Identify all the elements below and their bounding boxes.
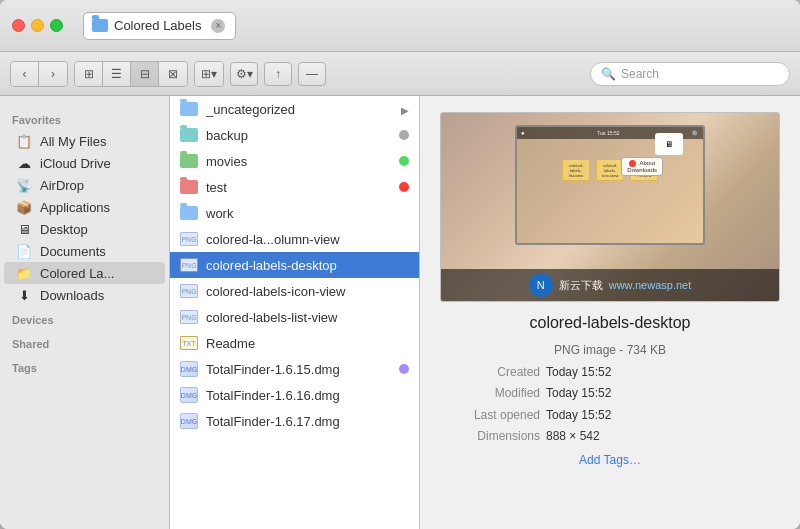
modified-row: Modified Today 15:52 — [440, 383, 780, 405]
color-dot — [399, 182, 409, 192]
img-icon: PNG — [180, 232, 198, 246]
list-view-button[interactable]: ☰ — [103, 62, 131, 86]
file-label: test — [206, 180, 391, 195]
devices-label: Devices — [0, 306, 169, 330]
dimensions-label: Dimensions — [440, 426, 540, 448]
cover-view-button[interactable]: ⊠ — [159, 62, 187, 86]
file-item-icon-view[interactable]: PNG colored-labels-icon-view — [170, 278, 419, 304]
add-tags-row: Add Tags… — [440, 448, 780, 472]
file-label: TotalFinder-1.6.17.dmg — [206, 414, 409, 429]
sidebar-item-applications[interactable]: 📦 Applications — [4, 196, 165, 218]
modified-value: Today 15:52 — [546, 383, 780, 405]
all-my-files-icon: 📋 — [16, 133, 32, 149]
file-item-movies[interactable]: movies — [170, 148, 419, 174]
file-item-uncategorized[interactable]: _uncategorized ▶ — [170, 96, 419, 122]
folder-icon — [180, 154, 198, 168]
file-item-dmg-1615[interactable]: DMG TotalFinder-1.6.15.dmg — [170, 356, 419, 382]
back-button[interactable]: ‹ — [11, 62, 39, 86]
img-icon: PNG — [180, 310, 198, 324]
arrange-button-group: ⊞▾ — [194, 61, 224, 87]
folder-icon — [180, 128, 198, 142]
tags-label: Tags — [0, 354, 169, 378]
file-label: _uncategorized — [206, 102, 393, 117]
minimize-button[interactable] — [31, 19, 44, 32]
folder-icon — [180, 102, 198, 116]
file-item-work[interactable]: work — [170, 200, 419, 226]
file-label: colored-labels-icon-view — [206, 284, 409, 299]
nav-buttons: ‹ › — [10, 61, 68, 87]
file-type-value: PNG image - 734 KB — [440, 340, 780, 362]
img-icon: PNG — [180, 284, 198, 298]
arrange-button[interactable]: ⊞▾ — [195, 62, 223, 86]
sidebar-item-documents[interactable]: 📄 Documents — [4, 240, 165, 262]
file-item-dmg-1616[interactable]: DMG TotalFinder-1.6.16.dmg — [170, 382, 419, 408]
file-item-backup[interactable]: backup — [170, 122, 419, 148]
file-item-dmg-1617[interactable]: DMG TotalFinder-1.6.17.dmg — [170, 408, 419, 434]
sidebar-item-desktop[interactable]: 🖥 Desktop — [4, 218, 165, 240]
preview-filename: colored-labels-desktop — [530, 314, 691, 332]
sidebar-item-label: All My Files — [40, 134, 106, 149]
watermark-text: 新云下载 — [559, 278, 603, 293]
sidebar-item-colored-labels[interactable]: 📁 Colored La... — [4, 262, 165, 284]
mini-icon-1: colored-labels-list-view — [562, 159, 590, 181]
file-list: _uncategorized ▶ backup movies test — [170, 96, 420, 529]
created-row: Created Today 15:52 — [440, 362, 780, 384]
watermark: N 新云下载 www.newasp.net — [441, 269, 779, 301]
sidebar-item-airdrop[interactable]: 📡 AirDrop — [4, 174, 165, 196]
path-button[interactable]: — — [298, 62, 326, 86]
img-icon: PNG — [180, 258, 198, 272]
tab-title: Colored Labels — [114, 18, 201, 33]
sidebar-item-label: iCloud Drive — [40, 156, 111, 171]
add-tags-link[interactable]: Add Tags… — [579, 450, 641, 472]
dmg-icon: DMG — [180, 388, 198, 402]
favorites-label: Favorites — [0, 106, 169, 130]
mini-icon-2: colored-labels-icon-view — [596, 159, 624, 181]
sidebar-item-label: Desktop — [40, 222, 88, 237]
last-opened-label: Last opened — [440, 405, 540, 427]
file-label: backup — [206, 128, 391, 143]
file-item-readme[interactable]: TXT Readme — [170, 330, 419, 356]
active-tab[interactable]: Colored Labels × — [83, 12, 236, 40]
share-button[interactable]: ↑ — [264, 62, 292, 86]
file-item-list-view[interactable]: PNG colored-labels-list-view — [170, 304, 419, 330]
search-box[interactable]: 🔍 Search — [590, 62, 790, 86]
column-view-button[interactable]: ⊟ — [131, 62, 159, 86]
sidebar-item-downloads[interactable]: ⬇ Downloads — [4, 284, 165, 306]
sidebar-item-label: Documents — [40, 244, 106, 259]
file-type-row: PNG image - 734 KB — [440, 340, 780, 362]
mini-finder-icon: 🖥 — [655, 133, 683, 155]
dimensions-value: 888 × 542 — [546, 426, 780, 448]
last-opened-value: Today 15:52 — [546, 405, 780, 427]
file-item-test[interactable]: test — [170, 174, 419, 200]
icon-view-button[interactable]: ⊞ — [75, 62, 103, 86]
action-button[interactable]: ⚙▾ — [230, 62, 258, 86]
maximize-button[interactable] — [50, 19, 63, 32]
applications-icon: 📦 — [16, 199, 32, 215]
sidebar: Favorites 📋 All My Files ☁ iCloud Drive … — [0, 96, 170, 529]
close-button[interactable] — [12, 19, 25, 32]
preview-image: ●Tue 15:52🔍 AboutDownloads 🖥 colored-lab… — [440, 112, 780, 302]
file-label: work — [206, 206, 409, 221]
sidebar-item-all-my-files[interactable]: 📋 All My Files — [4, 130, 165, 152]
created-label: Created — [440, 362, 540, 384]
tab-folder-icon — [92, 19, 108, 32]
file-item-column-view[interactable]: PNG colored-la...olumn-view — [170, 226, 419, 252]
preview-panel: ●Tue 15:52🔍 AboutDownloads 🖥 colored-lab… — [420, 96, 800, 529]
tab-close-button[interactable]: × — [211, 19, 225, 33]
search-icon: 🔍 — [601, 67, 616, 81]
dimensions-row: Dimensions 888 × 542 — [440, 426, 780, 448]
disclosure-icon: ▶ — [401, 105, 409, 113]
file-label: colored-labels-desktop — [206, 258, 409, 273]
created-value: Today 15:52 — [546, 362, 780, 384]
file-label: colored-la...olumn-view — [206, 232, 409, 247]
forward-button[interactable]: › — [39, 62, 67, 86]
airdrop-icon: 📡 — [16, 177, 32, 193]
file-item-desktop-selected[interactable]: PNG colored-labels-desktop — [170, 252, 419, 278]
colored-labels-icon: 📁 — [16, 265, 32, 281]
watermark-url: www.newasp.net — [609, 279, 692, 291]
downloads-icon: ⬇ — [16, 287, 32, 303]
sidebar-item-icloud[interactable]: ☁ iCloud Drive — [4, 152, 165, 174]
search-placeholder: Search — [621, 67, 659, 81]
file-label: colored-labels-list-view — [206, 310, 409, 325]
preview-meta: PNG image - 734 KB Created Today 15:52 M… — [440, 340, 780, 472]
